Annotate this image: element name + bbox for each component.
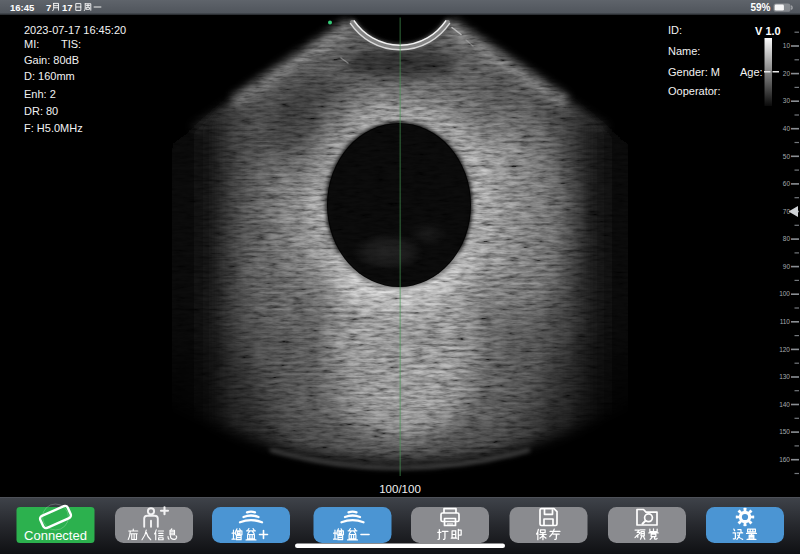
svg-text:DR: 80: DR: 80 [24,105,58,117]
svg-text:Enh: 2: Enh: 2 [24,88,56,100]
svg-text:V 1.0: V 1.0 [755,25,781,37]
svg-text:MI:: MI: [24,38,39,50]
svg-text:ID:: ID: [668,24,682,36]
svg-text:30: 30 [783,97,791,104]
svg-text:80: 80 [783,235,791,242]
svg-text:90: 90 [783,263,791,270]
svg-text:2023-07-17 16:45:20: 2023-07-17 16:45:20 [24,24,126,36]
svg-text:Ooperator:: Ooperator: [668,85,721,97]
svg-text:TIS:: TIS: [61,38,81,50]
svg-text:59%: 59% [750,2,770,13]
svg-text:120: 120 [779,346,790,353]
svg-text:17: 17 [62,2,73,13]
svg-text:Gender: M: Gender: M [668,66,720,78]
svg-text:16:45: 16:45 [10,2,35,13]
svg-text:40: 40 [783,125,791,132]
svg-text:100: 100 [779,290,790,297]
svg-text:D: 160mm: D: 160mm [24,70,75,82]
svg-text:Age:: Age: [740,66,763,78]
svg-text:130: 130 [779,373,790,380]
svg-text:Gain: 80dB: Gain: 80dB [24,54,79,66]
svg-text:F: H5.0MHz: F: H5.0MHz [24,122,83,134]
svg-text:100/100: 100/100 [379,483,421,495]
svg-text:160: 160 [779,456,790,463]
svg-text:10: 10 [783,42,791,49]
svg-text:7: 7 [46,2,51,13]
svg-text:110: 110 [780,318,791,325]
svg-text:20: 20 [783,70,791,77]
svg-text:Name:: Name: [668,45,700,57]
svg-text:150: 150 [779,428,790,435]
svg-text:140: 140 [779,401,790,408]
svg-text:50: 50 [783,153,791,160]
svg-text:60: 60 [783,180,791,187]
